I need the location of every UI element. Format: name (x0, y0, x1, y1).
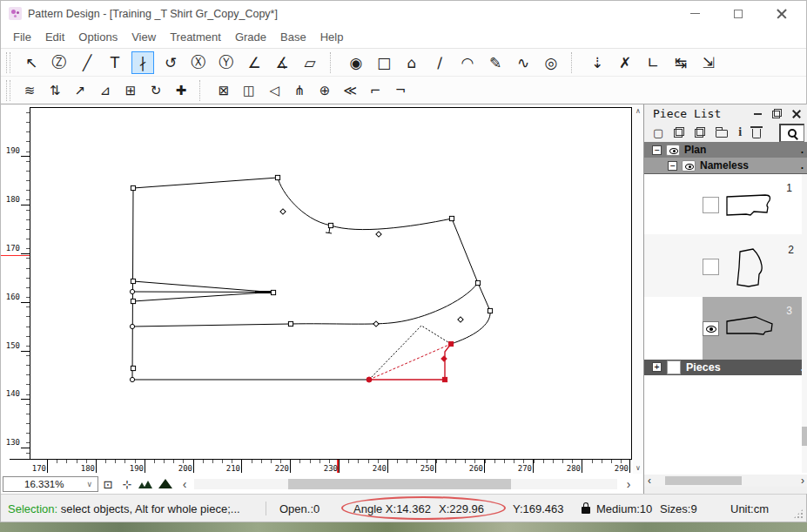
parallel-tool[interactable]: ▱ (299, 51, 321, 74)
canvas-horizontal-scrollbar[interactable] (194, 479, 617, 489)
fit-view-button[interactable]: ⊡ (98, 476, 118, 492)
measure-tool[interactable]: ╱ (76, 51, 98, 74)
tree-item-nameless[interactable]: − Nameless . (644, 158, 807, 173)
width-grade-tool[interactable]: ◫ (239, 80, 259, 101)
preview-large-button[interactable] (156, 476, 175, 492)
menu-treatment[interactable]: Treatment (163, 30, 228, 44)
toolbar-grip[interactable] (6, 52, 10, 73)
panel-vertical-scrollbar[interactable] (802, 174, 807, 473)
menu-edit[interactable]: Edit (38, 30, 71, 44)
align-vertical-tool[interactable]: ⇣ (586, 51, 609, 74)
info-button[interactable]: i (738, 125, 742, 139)
menu-file[interactable]: File (6, 30, 38, 44)
move-y-tool[interactable]: Ⓨ (215, 51, 238, 74)
scrollbar-thumb[interactable] (288, 479, 511, 489)
piece-list-title-bar[interactable]: Piece List (644, 104, 807, 123)
point-target-tool[interactable]: ◉ (345, 51, 367, 74)
fullness-tool[interactable]: ⊕ (314, 80, 335, 101)
scroll-right-button[interactable]: › (619, 476, 638, 492)
scrollbar-thumb[interactable] (802, 427, 807, 446)
rotate-piece-tool[interactable]: ↻ (145, 80, 166, 101)
scroll-down-icon[interactable]: ∨ (636, 463, 641, 474)
scroll-left-button[interactable]: ‹ (175, 476, 194, 492)
zoom-extents-button[interactable]: ⊹ (118, 476, 137, 492)
pattern-point[interactable] (131, 367, 135, 371)
piece-checkbox[interactable] (703, 259, 719, 275)
selected-pattern-point[interactable] (442, 378, 447, 382)
menu-help[interactable]: Help (313, 30, 351, 44)
axis-corner-tool[interactable]: ∟ (642, 51, 664, 74)
text-tool[interactable]: T (104, 51, 126, 74)
search-button[interactable] (779, 124, 804, 142)
pattern-point[interactable] (376, 232, 381, 237)
expand-icon[interactable]: + (652, 362, 662, 372)
toolbar-grip[interactable] (6, 80, 10, 101)
pattern-point[interactable] (131, 279, 135, 284)
panel-horizontal-scrollbar[interactable]: ‹ › (644, 475, 807, 487)
horizontal-spacing-tool[interactable]: ↹ (669, 51, 692, 74)
resize-grip[interactable] (793, 508, 804, 519)
pattern-point[interactable] (288, 322, 293, 327)
dart-tool[interactable]: ⊿ (95, 80, 116, 101)
scrollbar-thumb[interactable] (665, 476, 742, 485)
selected-pattern-point[interactable] (441, 356, 447, 361)
move-x-tool[interactable]: Ⓧ (187, 51, 210, 74)
piece-outline-top[interactable] (133, 178, 490, 344)
pattern-point[interactable] (271, 291, 275, 295)
piece-checkbox[interactable] (703, 197, 719, 213)
panel-close-icon[interactable] (792, 110, 801, 118)
construction-dotted[interactable] (369, 326, 451, 380)
angle-measure-tool[interactable]: ∡ (271, 51, 293, 74)
pattern-point[interactable] (488, 309, 492, 313)
menu-view[interactable]: View (124, 30, 163, 44)
angle-tool[interactable]: ∠ (243, 51, 266, 74)
panel-minimize-icon[interactable] (754, 113, 762, 115)
pattern-point[interactable] (449, 217, 454, 221)
visibility-eye-button[interactable] (703, 321, 719, 336)
new-piece-button[interactable]: ▢ (653, 126, 663, 139)
pattern-point[interactable] (373, 321, 379, 327)
pattern-point[interactable] (475, 281, 480, 286)
piece-item-3-selected[interactable]: 3 (644, 297, 807, 360)
tree-item-plan[interactable]: − Plan . (644, 142, 807, 158)
canvas-vertical-scrollbar[interactable]: ∧ ∨ (633, 106, 643, 474)
dart-transfer-tool[interactable]: ◁ (264, 80, 285, 101)
pattern-point[interactable] (131, 300, 135, 304)
corner-trim-tool[interactable]: ¬ (390, 80, 411, 101)
copy-grade-tool[interactable]: ⊞ (120, 80, 141, 101)
panel-restore-icon[interactable] (772, 109, 782, 118)
selected-dashed[interactable] (369, 344, 451, 380)
visibility-eye-icon[interactable] (666, 145, 680, 156)
polygon-tool[interactable]: ⌂ (400, 51, 423, 74)
scroll-right-icon[interactable]: › (801, 475, 804, 487)
collapse-icon[interactable]: − (668, 161, 677, 171)
pattern-point[interactable] (328, 224, 333, 228)
piece-item-2[interactable]: 2 (644, 234, 807, 297)
open-piece-button[interactable] (716, 127, 728, 138)
preview-small-button[interactable] (137, 476, 156, 492)
pattern-point[interactable] (130, 325, 134, 329)
selected-pattern-point[interactable] (448, 342, 453, 347)
transform-box-tool[interactable]: ⇲ (697, 51, 720, 74)
line-tool[interactable]: ∕ (428, 51, 451, 74)
pattern-point[interactable] (275, 176, 279, 180)
dart-lines[interactable] (132, 281, 271, 301)
rotate-tool[interactable]: ↺ (159, 51, 182, 74)
menu-base[interactable]: Base (273, 30, 313, 44)
tree-item-pieces[interactable]: + Pieces . (644, 359, 807, 375)
zoom-tool[interactable]: Ⓩ (48, 51, 71, 74)
delete-piece-button[interactable] (752, 127, 761, 138)
seam-check-tool[interactable]: ⊠ (213, 80, 234, 101)
maximize-button[interactable] (730, 5, 747, 23)
smooth-curve-tool[interactable]: ≋ (19, 80, 40, 101)
add-point-tool[interactable]: ∤ (131, 51, 154, 74)
menu-options[interactable]: Options (71, 30, 124, 44)
circles-tool[interactable]: ◎ (540, 51, 562, 74)
move-point-tool[interactable]: ↗ (70, 80, 91, 101)
pattern-point[interactable] (280, 209, 286, 214)
spread-tool[interactable]: ≪ (340, 80, 360, 101)
edit-curve-tool[interactable]: ✎ (484, 51, 507, 74)
arc-tool[interactable]: ◠ (456, 51, 479, 74)
piece-item-1[interactable]: 1 (644, 174, 807, 234)
vertical-measure-tool[interactable]: ⇅ (44, 80, 65, 101)
